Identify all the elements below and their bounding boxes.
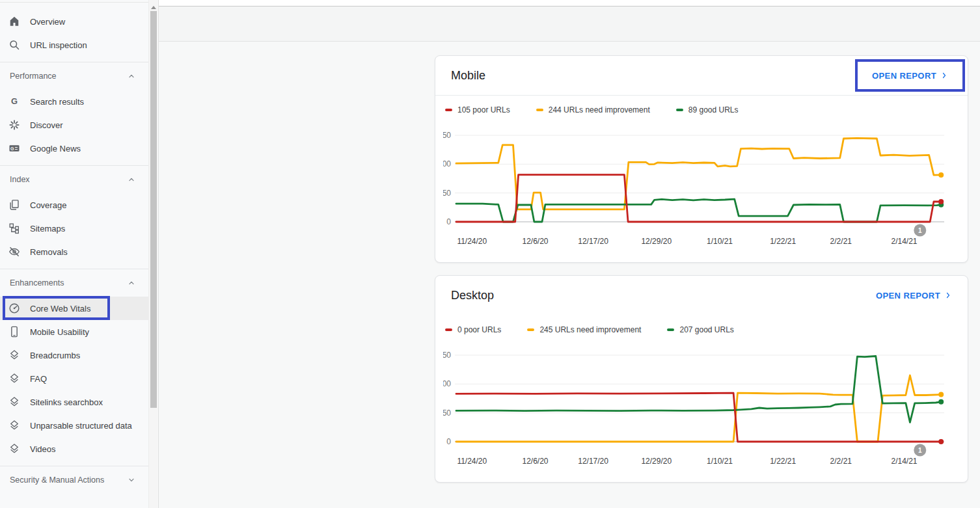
legend-swatch <box>445 328 452 331</box>
chevron-right-icon <box>944 291 952 299</box>
legend-item: 245 URLs need improvement <box>527 325 641 334</box>
svg-text:2/14/21: 2/14/21 <box>891 237 917 246</box>
sidebar-item-label: Sitemaps <box>30 224 65 234</box>
sidebar-item-label: Google News <box>30 144 81 154</box>
svg-text:12/6/20: 12/6/20 <box>522 457 548 466</box>
svg-text:1/22/21: 1/22/21 <box>770 457 796 466</box>
legend-swatch <box>445 109 452 111</box>
svg-text:300: 300 <box>443 159 451 168</box>
scrollbar-up-arrow-icon[interactable] <box>151 6 156 9</box>
svg-text:11/24/20: 11/24/20 <box>457 237 487 246</box>
discover-icon <box>8 118 21 131</box>
svg-text:450: 450 <box>443 131 451 140</box>
open-report-label: OPEN REPORT <box>876 291 940 301</box>
legend-label: 89 good URLs <box>688 105 739 114</box>
rich-result-icon <box>8 372 21 385</box>
sidebar-item-core-web-vitals[interactable]: Core Web Vitals <box>0 297 148 320</box>
section-title: Index <box>10 175 30 184</box>
svg-text:G: G <box>10 146 14 152</box>
svg-text:1/22/21: 1/22/21 <box>770 237 796 246</box>
sidebar-item-faq[interactable]: FAQ <box>0 367 148 390</box>
svg-text:12/6/20: 12/6/20 <box>522 237 548 246</box>
svg-text:300: 300 <box>443 379 451 388</box>
sidebar-item-removals[interactable]: Removals <box>0 240 148 263</box>
rich-result-icon <box>8 419 21 432</box>
legend-item: 105 poor URLs <box>445 105 510 114</box>
search-console-screen: OverviewURL inspectionPerformanceGSearch… <box>0 0 980 508</box>
legend-label: 244 URLs need improvement <box>549 105 650 114</box>
sidebar-item-label: URL inspection <box>30 40 87 50</box>
svg-text:0: 0 <box>446 437 451 446</box>
speedometer-icon <box>8 302 21 315</box>
mobile-core-web-vitals-chart[interactable]: 015030045011/24/2012/6/2012/17/2012/29/2… <box>443 131 956 247</box>
svg-text:12/29/20: 12/29/20 <box>641 457 672 466</box>
sidebar-section-index[interactable]: Index <box>0 166 148 193</box>
sidebar-item-overview[interactable]: Overview <box>0 10 148 33</box>
legend-swatch <box>667 328 674 331</box>
section-title: Security & Manual Actions <box>10 475 104 485</box>
chevron-down-icon[interactable] <box>126 474 137 486</box>
sidebar-item-videos[interactable]: Videos <box>0 437 148 461</box>
section-title: Performance <box>10 72 57 81</box>
svg-text:12/17/20: 12/17/20 <box>578 457 608 466</box>
sidebar-item-label: Videos <box>30 444 56 454</box>
card-title: Mobile <box>451 69 485 83</box>
scrollbar-thumb[interactable] <box>150 11 157 408</box>
sidebar-item-search-results[interactable]: GSearch results <box>0 90 148 113</box>
svg-text:G: G <box>11 96 18 106</box>
sidebar-section-security-manual-actions[interactable]: Security & Manual Actions <box>0 466 148 494</box>
sidebar-item-breadcrumbs[interactable]: Breadcrumbs <box>0 343 148 367</box>
sidebar-item-coverage[interactable]: Coverage <box>0 193 148 217</box>
svg-text:2/14/21: 2/14/21 <box>891 457 917 466</box>
sidebar-section-performance[interactable]: Performance <box>0 62 148 90</box>
mobile-report-card: Mobile OPEN REPORT 105 poor URLs244 URLs… <box>435 55 968 263</box>
sitemap-icon <box>8 222 21 235</box>
legend-label: 207 good URLs <box>679 325 733 334</box>
svg-text:150: 150 <box>443 189 451 198</box>
sidebar-item-label: Unparsable structured data <box>30 421 132 431</box>
sidebar: OverviewURL inspectionPerformanceGSearch… <box>0 0 148 508</box>
chevron-up-icon[interactable] <box>126 277 137 289</box>
sidebar-nav-list: OverviewURL inspectionPerformanceGSearch… <box>0 0 148 494</box>
svg-text:1/10/21: 1/10/21 <box>707 457 733 466</box>
sidebar-item-sitemaps[interactable]: Sitemaps <box>0 217 148 240</box>
sidebar-scrollbar[interactable] <box>148 0 157 508</box>
home-icon <box>8 15 21 28</box>
sidebar-item-label: Sitelinks searchbox <box>30 397 103 407</box>
sidebar-item-unparsable-structured-data[interactable]: Unparsable structured data <box>0 414 148 437</box>
legend-item: 0 poor URLs <box>445 325 501 334</box>
svg-text:2/2/21: 2/2/21 <box>830 457 852 466</box>
chevron-up-icon[interactable] <box>126 70 137 82</box>
legend-swatch <box>527 328 534 331</box>
svg-text:12/17/20: 12/17/20 <box>578 237 608 246</box>
sidebar-item-discover[interactable]: Discover <box>0 113 148 137</box>
sidebar-item-label: Mobile Usability <box>30 327 89 337</box>
rich-result-icon <box>8 349 21 362</box>
card-title: Desktop <box>451 289 494 302</box>
sidebar-item-sitelinks-searchbox[interactable]: Sitelinks searchbox <box>0 390 148 414</box>
sidebar-item-google-news[interactable]: GGoogle News <box>0 137 148 160</box>
sidebar-item-url-inspection[interactable]: URL inspection <box>0 33 148 57</box>
toolbar-band <box>159 7 980 42</box>
legend-item: 244 URLs need improvement <box>536 105 650 114</box>
desktop-core-web-vitals-chart[interactable]: 015030045011/24/2012/6/2012/17/2012/29/2… <box>443 351 956 466</box>
rich-result-icon <box>8 395 21 408</box>
top-bar <box>159 0 980 7</box>
news-icon: G <box>8 142 21 155</box>
svg-text:450: 450 <box>443 351 451 360</box>
rich-result-icon <box>8 442 21 455</box>
svg-text:0: 0 <box>446 217 451 226</box>
open-report-link[interactable]: OPEN REPORT <box>876 291 952 301</box>
sidebar-item-label: Discover <box>30 120 63 130</box>
open-report-label: OPEN REPORT <box>872 71 936 81</box>
chevron-up-icon[interactable] <box>126 174 137 185</box>
sidebar-item-mobile-usability[interactable]: Mobile Usability <box>0 320 148 343</box>
svg-text:1: 1 <box>918 227 922 234</box>
desktop-report-card: Desktop OPEN REPORT 0 poor URLs245 URLs … <box>435 275 968 483</box>
svg-text:1: 1 <box>918 447 922 454</box>
legend-label: 245 URLs need improvement <box>539 325 641 334</box>
smartphone-icon <box>8 325 21 338</box>
google-g-icon: G <box>8 95 21 108</box>
open-report-link[interactable]: OPEN REPORT <box>872 71 948 81</box>
sidebar-section-enhancements[interactable]: Enhancements <box>0 269 148 297</box>
